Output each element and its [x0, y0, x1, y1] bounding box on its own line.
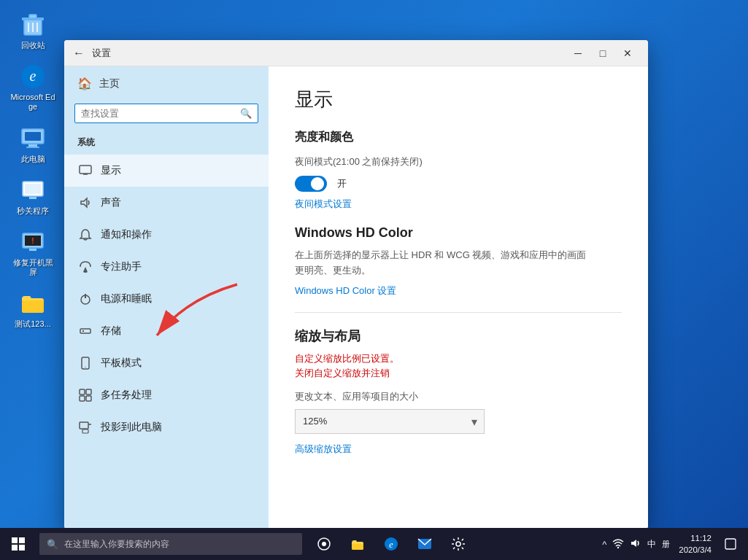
custom-scale-warning[interactable]: 自定义缩放比例已设置。: [295, 352, 622, 365]
back-button[interactable]: ←: [73, 47, 85, 60]
test-folder-label: 测试123...: [15, 319, 51, 329]
power-icon: [77, 291, 93, 307]
power-label: 电源和睡眠: [101, 292, 152, 306]
svg-text:e: e: [30, 68, 36, 84]
tray-language[interactable]: 中: [646, 537, 658, 552]
sidebar-item-display[interactable]: 显示: [64, 155, 269, 187]
sound-icon: [77, 195, 93, 211]
file-explorer-button[interactable]: [342, 528, 374, 560]
taskbar-clock[interactable]: 11:12 2020/3/4: [676, 532, 714, 556]
svg-text:!: !: [31, 237, 34, 245]
svg-rect-2: [29, 15, 36, 18]
svg-rect-49: [725, 539, 736, 549]
notifications-label: 通知和操作: [101, 228, 152, 241]
svg-rect-31: [80, 396, 85, 401]
capture-screen-label: 秒关程序: [17, 206, 49, 216]
tray-network-icon[interactable]: [611, 536, 625, 553]
fix-screen-label: 修复开机黑屏: [10, 258, 55, 277]
title-bar: ← 设置 ─ □ ✕: [64, 40, 648, 66]
clock-time: 11:12: [690, 532, 712, 544]
scale-section-title: 缩放与布局: [295, 327, 622, 345]
tray-input[interactable]: 册: [660, 537, 671, 551]
clock-date: 2020/3/4: [679, 544, 712, 556]
capture-screen-icon[interactable]: 秒关程序: [7, 173, 58, 219]
advanced-scale-link[interactable]: 高级缩放设置: [295, 443, 622, 456]
svg-point-42: [322, 542, 326, 546]
toggle-row: 开: [295, 176, 622, 192]
close-button[interactable]: ✕: [616, 43, 639, 63]
tray-volume-icon[interactable]: [628, 536, 643, 553]
fix-screen-icon[interactable]: ! 修复开机黑屏: [7, 225, 58, 280]
sound-label: 声音: [101, 196, 121, 209]
mail-button[interactable]: [409, 528, 441, 560]
sidebar-item-storage[interactable]: 存储: [64, 315, 269, 347]
svg-rect-30: [86, 389, 91, 394]
sidebar-item-multitask[interactable]: 多任务处理: [64, 379, 269, 411]
edge-icon[interactable]: e Microsoft Edge: [7, 59, 58, 114]
night-mode-link[interactable]: 夜间模式设置: [295, 198, 622, 211]
sidebar-item-project[interactable]: 投影到此电脑: [64, 411, 269, 443]
svg-text:e: e: [389, 539, 393, 550]
brightness-section-title: 亮度和颜色: [295, 130, 622, 145]
settings-app-button[interactable]: [442, 528, 474, 560]
notification-button[interactable]: [719, 528, 742, 560]
sidebar: 🏠 主页 🔍 系统 显示: [64, 66, 269, 529]
taskbar-search[interactable]: 🔍 在这里输入你要搜索的内容: [39, 533, 302, 555]
search-icon: 🔍: [240, 108, 252, 119]
svg-rect-10: [28, 144, 37, 147]
svg-rect-9: [25, 132, 41, 141]
edge-app-button[interactable]: e: [375, 528, 407, 560]
search-box[interactable]: 🔍: [74, 104, 258, 123]
svg-rect-37: [12, 537, 18, 543]
task-view-button[interactable]: [308, 528, 340, 560]
minimize-button[interactable]: ─: [566, 43, 590, 63]
focus-icon: [77, 259, 93, 275]
sidebar-home[interactable]: 🏠 主页: [64, 66, 269, 101]
display-label: 显示: [101, 164, 121, 177]
hd-color-link[interactable]: Windows HD Color 设置: [295, 284, 622, 298]
project-icon: [77, 419, 93, 435]
tray-chevron[interactable]: ^: [601, 537, 608, 551]
this-pc-icon[interactable]: 此电脑: [7, 121, 58, 167]
section-divider: [295, 312, 622, 313]
sidebar-item-focus[interactable]: 专注助手: [64, 251, 269, 283]
svg-rect-32: [86, 396, 91, 401]
start-button[interactable]: [0, 528, 36, 560]
taskbar-right: ^ 中 册 11:12 2020/3/4: [601, 528, 748, 560]
svg-rect-11: [26, 147, 39, 148]
sidebar-item-power[interactable]: 电源和睡眠: [64, 283, 269, 315]
multitask-icon: [77, 387, 93, 403]
recycle-bin-icon[interactable]: 回收站: [7, 7, 58, 53]
close-custom-scale[interactable]: 关闭自定义缩放并注销: [295, 367, 622, 380]
display-icon: [77, 163, 93, 179]
night-mode-row: 夜间模式(21:00 之前保持关闭): [295, 155, 622, 168]
desktop-icons: 回收站 e Microsoft Edge 此电脑: [7, 7, 58, 332]
svg-rect-17: [29, 249, 36, 251]
night-mode-toggle[interactable]: [295, 176, 327, 192]
sidebar-section-label: 系统: [64, 132, 269, 155]
home-icon: 🏠: [77, 77, 92, 90]
window-body: 🏠 主页 🔍 系统 显示: [64, 66, 648, 529]
storage-label: 存储: [101, 324, 121, 338]
maximize-button[interactable]: □: [591, 43, 614, 63]
home-label: 主页: [99, 77, 120, 90]
svg-rect-39: [12, 545, 18, 551]
search-input[interactable]: [81, 108, 240, 119]
sidebar-item-sound[interactable]: 声音: [64, 187, 269, 219]
focus-label: 专注助手: [101, 260, 142, 273]
sidebar-item-tablet[interactable]: 平板模式: [64, 347, 269, 379]
page-title: 显示: [295, 87, 622, 112]
svg-rect-25: [80, 329, 90, 333]
svg-point-46: [456, 542, 460, 546]
scale-change-label: 更改文本、应用等项目的大小: [295, 390, 622, 403]
svg-rect-14: [29, 197, 36, 199]
edge-label: Microsoft Edge: [10, 93, 55, 112]
night-mode-desc: 夜间模式(21:00 之前保持关闭): [295, 155, 423, 168]
svg-marker-22: [81, 198, 87, 207]
project-label: 投影到此电脑: [101, 421, 162, 434]
notifications-icon: [77, 227, 93, 243]
sidebar-item-notifications[interactable]: 通知和操作: [64, 219, 269, 251]
scale-select[interactable]: 125% 100% 150% 175%: [295, 409, 485, 434]
scale-select-wrapper[interactable]: 125% 100% 150% 175%: [295, 409, 485, 434]
test-folder-icon[interactable]: 测试123...: [7, 286, 58, 332]
